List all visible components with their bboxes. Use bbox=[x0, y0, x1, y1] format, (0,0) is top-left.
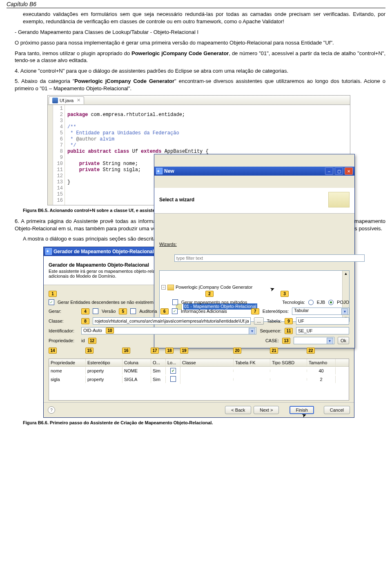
table-row[interactable]: nome property NOME Sim ✔ 40 bbox=[49, 367, 349, 375]
line-num: 8 bbox=[53, 149, 63, 155]
help-icon[interactable]: ? bbox=[48, 406, 55, 414]
line-num: 16 bbox=[53, 198, 63, 204]
propriedade-value: id bbox=[81, 338, 85, 343]
editor-ruler bbox=[48, 105, 53, 205]
sequence-input[interactable] bbox=[296, 327, 349, 334]
kw: private bbox=[79, 161, 100, 167]
close-icon[interactable]: ✕ bbox=[77, 98, 80, 103]
scroll-up-icon[interactable]: ▲ bbox=[344, 271, 348, 277]
callout-marker: 20 bbox=[233, 348, 241, 354]
paragraph-2: O próximo passo para nossa implementação… bbox=[15, 39, 385, 47]
checkbox-icon[interactable]: ✔ bbox=[170, 368, 176, 374]
code-area: 1 2 3 4 5 6 7 8 9 10 11 12 13 14 15 16 p… bbox=[48, 105, 350, 205]
line-num: 14 bbox=[53, 185, 63, 192]
th-tamanho[interactable]: Tamanho bbox=[307, 359, 336, 366]
th-coluna[interactable]: Coluna bbox=[122, 359, 151, 366]
td bbox=[234, 370, 270, 372]
line-num: 6 bbox=[53, 136, 63, 143]
td-checkbox[interactable]: ✔ bbox=[166, 367, 180, 375]
checkbox-versao[interactable] bbox=[93, 308, 98, 314]
callout-marker: 13 bbox=[282, 338, 290, 344]
checkbox-info[interactable]: ✓ bbox=[172, 308, 178, 314]
paragraph-intro: executando validações em formulários sem… bbox=[23, 11, 385, 25]
callout-marker: 12 bbox=[88, 338, 96, 344]
line-num: 15 bbox=[53, 192, 63, 198]
radio-ejb-label: EJB bbox=[317, 300, 325, 305]
td: sigla bbox=[49, 376, 86, 383]
radio-pojo-label: POJO bbox=[337, 300, 349, 305]
back-button[interactable]: < Back bbox=[225, 406, 251, 414]
callout-marker: 7 bbox=[251, 308, 259, 314]
callout-marker: 19 bbox=[180, 348, 188, 354]
p3-bold: Powerlogic jCompany Code Generator bbox=[131, 50, 229, 56]
minimize-button[interactable]: – bbox=[325, 167, 333, 175]
ok-button[interactable]: Ok bbox=[338, 337, 349, 344]
table-header-row: Propriedade Estereótipo Coluna O... Lo..… bbox=[49, 359, 349, 367]
line-num: 4 bbox=[53, 124, 63, 130]
code: String nome; bbox=[100, 161, 138, 167]
line-num: 9 bbox=[53, 155, 63, 161]
callout-marker: 1 bbox=[49, 291, 57, 297]
code: } bbox=[67, 179, 70, 185]
callout-marker: 14 bbox=[49, 348, 57, 354]
td bbox=[180, 378, 234, 381]
table-row[interactable]: sigla property SIGLA Sim 2 bbox=[49, 375, 349, 384]
browse-button[interactable]: ... bbox=[254, 317, 263, 325]
classe-label: Classe: bbox=[49, 319, 78, 323]
comment: /** bbox=[67, 124, 76, 130]
th-estereotipo[interactable]: Estereótipo bbox=[86, 359, 122, 366]
sequence-label: Sequence: bbox=[260, 328, 281, 333]
code-text[interactable]: package com.empresa.rhtutorial.entidade;… bbox=[65, 105, 350, 205]
case-select[interactable] bbox=[294, 337, 334, 344]
comment: */ bbox=[67, 143, 76, 148]
radio-ejb[interactable] bbox=[308, 300, 314, 305]
td: 40 bbox=[307, 367, 336, 374]
radio-pojo[interactable] bbox=[328, 300, 334, 305]
line-num: 7 bbox=[53, 143, 63, 149]
editor-tab[interactable]: Uf.java ✕ bbox=[49, 96, 84, 104]
close-button[interactable]: ✕ bbox=[345, 167, 353, 175]
paragraph-5: 5. Abaixo da categoria "Powerlogic jComp… bbox=[15, 78, 385, 92]
td: SIGLA bbox=[122, 376, 151, 383]
identificador-select[interactable]: OID-Auto 10 bbox=[81, 327, 256, 334]
td-checkbox[interactable] bbox=[166, 375, 180, 384]
classe-input[interactable] bbox=[93, 317, 251, 325]
tabela-label: Tabela: bbox=[267, 319, 281, 323]
th-propriedade[interactable]: Propriedade bbox=[49, 359, 86, 366]
case-label: CASE: bbox=[265, 338, 279, 343]
wizard-filter-input[interactable] bbox=[174, 254, 365, 262]
cancel-button[interactable]: Cancel bbox=[324, 406, 350, 414]
th-tabelafk[interactable]: Tabela FK bbox=[234, 359, 270, 366]
next-button[interactable]: Next > bbox=[254, 406, 279, 414]
wizard-icon: ✦ bbox=[156, 168, 163, 174]
dialog-title: New bbox=[164, 168, 323, 174]
checkbox-descendants[interactable]: ✓ bbox=[49, 299, 54, 305]
td: Sim bbox=[151, 367, 166, 374]
code: Uf bbox=[129, 149, 141, 154]
callout-marker: 18 bbox=[165, 348, 174, 354]
callout-marker: 17 bbox=[151, 348, 159, 354]
dialog-body: 1 2 3 ✓ Gerar Entidades descendentes se … bbox=[44, 285, 354, 402]
maximize-button[interactable]: ▢ bbox=[335, 167, 343, 175]
kw: private bbox=[79, 167, 100, 173]
checkbox-auditoria-label: Auditoria bbox=[139, 309, 157, 314]
th-classe[interactable]: Classe bbox=[180, 359, 234, 366]
tabela-input[interactable] bbox=[296, 317, 349, 325]
properties-table: Propriedade Estereótipo Coluna O... Lo..… bbox=[49, 359, 349, 401]
callout-marker: 4 bbox=[81, 308, 89, 314]
callout-marker: 21 bbox=[270, 348, 278, 354]
checkbox-auditoria[interactable] bbox=[130, 308, 136, 314]
p5-b: Powerlogic jCompany Code Generator bbox=[74, 78, 174, 84]
estereotipos-select[interactable]: Tabular bbox=[292, 308, 349, 315]
table-callout-row: 14 15 16 17 18 19 20 21 22 bbox=[49, 347, 349, 354]
dialog-title-bar[interactable]: ✦ New – ▢ ✕ bbox=[154, 167, 354, 176]
checkbox-info-label: Informações Adicionais bbox=[181, 309, 227, 314]
th-obrigatorio[interactable]: O... bbox=[151, 359, 166, 366]
checkbox-icon[interactable] bbox=[170, 376, 176, 382]
java-file-icon bbox=[52, 98, 58, 103]
th-tiposgbd[interactable]: Tipo SGBD bbox=[270, 359, 307, 366]
checkbox-methods[interactable] bbox=[172, 299, 178, 305]
th-logico[interactable]: Lo... bbox=[166, 359, 180, 366]
td bbox=[270, 370, 307, 372]
line-num: 12 bbox=[53, 173, 63, 179]
